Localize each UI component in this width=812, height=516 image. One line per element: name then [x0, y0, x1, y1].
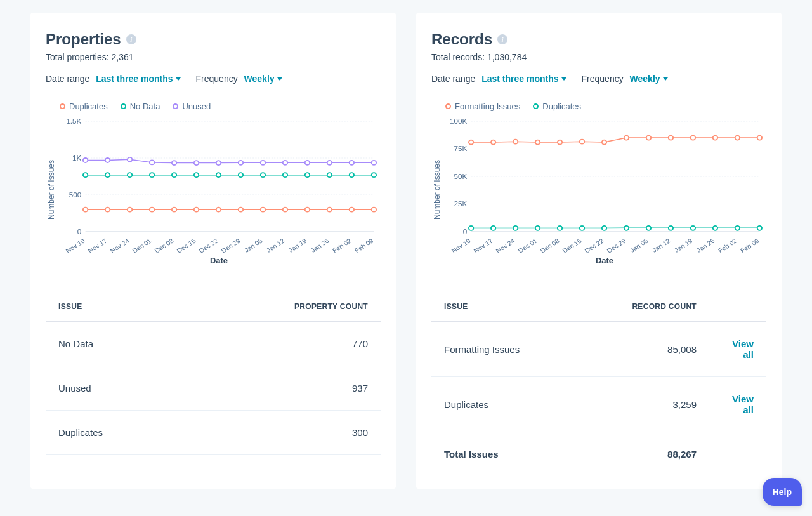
records-chart: Number of Issues 025K50K75K100KNov 10Nov… [431, 114, 766, 265]
properties-chart-svg: 05001K1.5KNov 10Nov 17Nov 24Dec 01Dec 08… [57, 114, 381, 253]
svg-point-52 [128, 157, 132, 162]
svg-point-46 [305, 173, 310, 177]
legend-label: Duplicates [69, 102, 108, 111]
svg-text:Dec 15: Dec 15 [176, 237, 197, 253]
svg-point-104 [513, 226, 518, 230]
issue-count: 3,259 [579, 377, 709, 432]
svg-point-63 [372, 161, 376, 165]
svg-text:1.5K: 1.5K [66, 117, 81, 125]
records-legend: Formatting IssuesDuplicates [431, 102, 766, 111]
legend-item[interactable]: Duplicates [533, 102, 581, 111]
properties-subtitle: Total properties: 2,361 [46, 52, 381, 62]
date-range-label: Date range [46, 74, 89, 84]
legend-item[interactable]: Formatting Issues [445, 102, 520, 111]
svg-text:Dec 08: Dec 08 [539, 237, 561, 253]
issue-label: Duplicates [431, 377, 579, 432]
svg-point-56 [216, 161, 221, 165]
svg-point-49 [372, 173, 376, 177]
svg-text:25K: 25K [454, 201, 467, 208]
frequency-label: Frequency [196, 74, 238, 84]
svg-point-27 [194, 208, 199, 212]
svg-text:Dec 08: Dec 08 [154, 237, 175, 253]
svg-text:100K: 100K [450, 117, 468, 125]
legend-label: No Data [130, 102, 160, 111]
svg-point-54 [172, 161, 176, 165]
frequency-select[interactable]: Weekly [244, 74, 282, 84]
legend-label: Formatting Issues [455, 102, 520, 111]
svg-point-57 [239, 161, 243, 165]
svg-text:Feb 02: Feb 02 [717, 237, 738, 253]
svg-point-98 [691, 136, 695, 140]
svg-text:Jan 12: Jan 12 [265, 237, 286, 253]
svg-text:Nov 24: Nov 24 [495, 237, 516, 253]
records-card: Records i Total records: 1,030,784 Date … [416, 13, 782, 489]
svg-text:Nov 17: Nov 17 [473, 237, 494, 253]
svg-point-44 [261, 173, 265, 177]
svg-text:Feb 09: Feb 09 [353, 237, 375, 253]
chevron-down-icon [176, 77, 181, 81]
svg-point-30 [261, 208, 265, 212]
col-count: RECORD COUNT [579, 296, 709, 322]
date-range-select[interactable]: Last three months [481, 74, 566, 84]
svg-point-35 [372, 208, 376, 212]
info-icon[interactable]: i [497, 34, 508, 44]
svg-text:1K: 1K [72, 154, 82, 162]
svg-point-41 [194, 173, 199, 177]
properties-chart: Number of Issues 05001K1.5KNov 10Nov 17N… [46, 114, 381, 265]
svg-text:Dec 22: Dec 22 [584, 237, 605, 253]
help-button[interactable]: Help [763, 478, 802, 489]
svg-point-23 [105, 208, 110, 212]
legend-item[interactable]: Unused [173, 102, 211, 111]
svg-point-115 [757, 226, 762, 230]
svg-point-99 [713, 136, 717, 140]
svg-text:Dec 01: Dec 01 [517, 237, 539, 253]
svg-text:Nov 10: Nov 10 [450, 237, 472, 253]
frequency-select[interactable]: Weekly [630, 74, 668, 84]
date-range-control: Date range Last three months [431, 74, 566, 84]
legend-item[interactable]: Duplicates [60, 102, 108, 111]
svg-point-89 [491, 140, 495, 145]
svg-point-51 [105, 158, 110, 162]
properties-table: ISSUE PROPERTY COUNT No Data770Unused937… [46, 296, 381, 455]
svg-point-48 [350, 173, 354, 177]
records-header: Records i Total records: 1,030,784 Date … [431, 30, 766, 84]
info-icon[interactable]: i [126, 34, 136, 44]
total-value: 88,267 [579, 432, 709, 477]
svg-point-33 [327, 208, 332, 212]
svg-point-101 [757, 136, 762, 140]
legend-dot-icon [60, 103, 65, 109]
svg-point-112 [691, 226, 695, 230]
svg-point-93 [580, 140, 584, 144]
records-sub-value: 1,030,784 [487, 52, 527, 62]
view-all-link[interactable]: View all [709, 322, 766, 377]
issue-label: Duplicates [46, 411, 184, 455]
svg-point-34 [350, 208, 354, 212]
svg-point-60 [305, 161, 310, 165]
svg-text:Feb 09: Feb 09 [739, 237, 761, 253]
svg-point-58 [261, 161, 265, 165]
table-row: Duplicates300 [46, 411, 381, 455]
svg-point-100 [735, 136, 740, 140]
svg-point-31 [283, 208, 287, 212]
properties-header: Properties i Total properties: 2,361 Dat… [46, 30, 381, 84]
properties-legend: DuplicatesNo DataUnused [46, 102, 381, 111]
properties-sub-prefix: Total properties: [46, 52, 112, 62]
svg-point-53 [150, 160, 154, 164]
svg-point-50 [83, 158, 88, 162]
issue-count: 770 [184, 322, 381, 366]
svg-point-43 [239, 173, 243, 177]
svg-point-114 [735, 226, 740, 230]
svg-text:Jan 26: Jan 26 [310, 237, 331, 253]
svg-point-32 [305, 208, 310, 212]
frequency-value: Weekly [630, 74, 660, 84]
legend-item[interactable]: No Data [121, 102, 160, 111]
chevron-down-icon [277, 77, 282, 81]
svg-text:0: 0 [463, 228, 468, 235]
svg-point-47 [327, 173, 332, 177]
view-all-link[interactable]: View all [709, 377, 766, 432]
records-table: ISSUE RECORD COUNT Formatting Issues85,0… [431, 296, 766, 476]
date-range-select[interactable]: Last three months [96, 74, 180, 84]
svg-point-59 [283, 161, 287, 165]
svg-text:Dec 29: Dec 29 [220, 237, 242, 253]
svg-text:Dec 22: Dec 22 [198, 237, 219, 253]
